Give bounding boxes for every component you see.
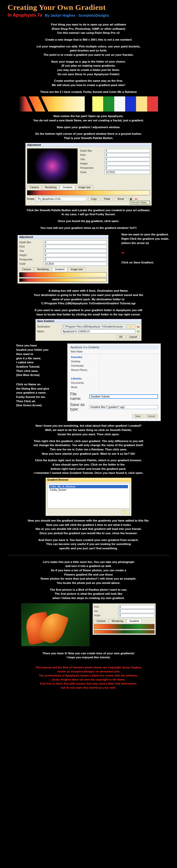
file-cancel-button[interactable]: Cancel — [145, 414, 158, 418]
subtitle-row: In Apophysis 7x By Jaclyn Hughes - Scorp… — [7, 12, 170, 18]
extra-p1: Let's make this just a little more fun. … — [10, 560, 167, 585]
tab-rendering[interactable]: Rendering — [42, 185, 59, 189]
red-arrow-icon: ⇐ — [135, 197, 138, 201]
gradient-browser-dialog: Gradient Browser Color_Me_A_Rainbow Funk… — [46, 478, 131, 516]
mid5-p2: And there you have it. You have created … — [10, 538, 167, 551]
fractal-preview — [27, 148, 78, 184]
tab-camera[interactable]: Camera — [27, 185, 42, 189]
save-dialog-title: Save Gradient — [36, 319, 141, 323]
gradient-item-rainbow[interactable]: Color_Me_A_Rainbow — [49, 485, 128, 488]
desktop-item[interactable]: Desktop — [71, 359, 97, 364]
tab-image-size[interactable]: Image size — [76, 185, 93, 189]
side-filename: Once you have located your folder you th… — [16, 343, 64, 377]
height-input[interactable] — [104, 162, 150, 165]
rotate-label: Rotate — [27, 197, 34, 200]
mid4-p1: Now I know you are wondering, but what a… — [10, 424, 167, 436]
documents-item[interactable]: Documents — [71, 381, 97, 385]
depth-blur-input[interactable] — [104, 149, 150, 153]
file-save-section: Once you have located your folder you th… — [7, 343, 170, 421]
filename-label: File name: — [70, 392, 88, 401]
gradient-preview-bar[interactable] — [27, 190, 150, 195]
side-instructions: Once you have located your folder you th… — [16, 343, 64, 407]
mid4-p3: Click the button right next to Smooth Pa… — [10, 458, 167, 475]
mid-p3: On the bottom right corner of your gradi… — [10, 132, 167, 140]
intro-p6: These are the 2 I have created. Funky Su… — [10, 90, 167, 94]
photo-example-row: Pitch Yaw Height Camera Rendering Gradie… — [7, 603, 170, 646]
paste-button[interactable]: Paste — [101, 197, 113, 201]
smooth-palette-tooltip: Smooth Palette... — [130, 201, 150, 205]
adjustment-title-2: Adjustment — [18, 235, 108, 239]
subtitle: In Apophysis 7x — [7, 12, 42, 18]
byline: By Jaclyn Hughes - ScorpionzDezignz — [45, 13, 109, 18]
adjustment-tabs: Camera Rendering Gradient Image size — [27, 185, 150, 189]
photo-gradient-result: Pitch Yaw Height Camera Rendering Gradie… — [93, 603, 156, 635]
separator — [7, 555, 170, 555]
example-gradients — [7, 96, 170, 112]
callout-rightclick: Now we want to save the gradient. Right … — [121, 232, 170, 245]
bird-of-paradise-photo — [21, 603, 90, 646]
red-arrow-icon: ⇐ — [121, 251, 124, 255]
red-arrow-icon: ⇐ — [137, 325, 140, 329]
callout-save-gradient: Click on Save Gradient. — [121, 260, 170, 265]
intro-p5: Create another gradient the same way as … — [10, 79, 167, 87]
intro-p3: Let your imagination run wild. Pick mult… — [10, 44, 167, 57]
loaded-gradient-bar[interactable] — [19, 272, 107, 277]
browser-folder-button[interactable]: 📁 — [121, 510, 130, 514]
credits: This tutorial and the Bird of Paradise p… — [10, 665, 167, 690]
intro-p2: Create a new image that is 800 x 200 ( t… — [10, 38, 167, 42]
depth-blur-label: Depth Blur — [80, 149, 103, 152]
mid-p2: Now open your gradient / adjustment wind… — [10, 125, 167, 129]
green-arrow-icon: ⇐ — [137, 329, 140, 333]
breadcrumb[interactable]: Apophysis 7x ▸ Gradients — [69, 345, 159, 349]
save-gradient-dialog: Save Gradient Destination: 📁 ⇐ Name: ⇐ O… — [35, 319, 142, 341]
tutorial-page: Creating Your Own Gradient In Apophysis … — [0, 0, 177, 700]
extra-p2: The first picture is a Bird of Pardise p… — [10, 588, 167, 600]
mid2-p2: Once you found the jpg gradient, click o… — [10, 219, 167, 223]
yaw-input[interactable] — [104, 157, 150, 161]
height-label: Height — [80, 162, 103, 165]
reset-button[interactable]: Reset — [115, 197, 127, 201]
side-name: Click on Name on the Dialog Box and give… — [16, 382, 64, 407]
savetype-label: Save as type: — [70, 402, 88, 411]
mid2-p3: You now will see your gradient show up i… — [10, 226, 167, 230]
pitch-input[interactable] — [104, 153, 150, 157]
loaded-gradient-mini — [19, 278, 107, 282]
copy-button[interactable]: Copy — [88, 197, 99, 201]
savetype-dropdown[interactable] — [89, 405, 158, 409]
gradient-funky-sunset — [19, 96, 85, 112]
dest-input[interactable] — [61, 325, 125, 329]
preset-dropdown[interactable]: Ps_Apophysis-1110... — [36, 197, 86, 201]
intro-p4: Save your image as a .jpg to the folder … — [10, 60, 167, 76]
smooth-palette-button[interactable]: ▦ — [128, 197, 133, 201]
file-save-button[interactable]: Save — [132, 414, 144, 418]
cancel-button[interactable]: Cancel — [126, 335, 140, 339]
perspective-input[interactable] — [104, 166, 150, 170]
perspective-label: Perspective — [80, 166, 103, 169]
gradient-browser-title: Gradient Browser — [46, 478, 131, 482]
adjustment-panel-loaded: Adjustment Depth Blur Pitch Yaw Height P… — [18, 235, 108, 284]
closing-p1: There you have it! Now you can create to… — [10, 651, 167, 659]
mid5-p1: Now you should see the gradient browser … — [10, 519, 167, 535]
gradient-loaded-section: Adjustment Depth Blur Pitch Yaw Height P… — [7, 232, 170, 286]
photo-gradient-bar[interactable] — [94, 624, 154, 629]
scale-label: Scale — [80, 171, 103, 174]
downloads-item[interactable]: Downloads — [71, 364, 97, 368]
name-label: Name: — [37, 330, 60, 333]
new-folder-button[interactable]: New folder — [71, 350, 83, 353]
file-save-dialog: Apophysis 7x ▸ Gradients New folder Favo… — [67, 343, 161, 421]
adjustment-title: Adjustment — [26, 143, 151, 147]
filename-input[interactable] — [89, 394, 158, 399]
music-item[interactable]: Music — [71, 385, 97, 389]
pitch-label: Pitch — [80, 154, 103, 156]
gradient-item-funky[interactable]: Funky_Sunset — [49, 488, 128, 492]
name-input[interactable] — [61, 330, 135, 333]
save-callouts: Now we want to save the gradient. Right … — [121, 232, 170, 265]
tab-gradient[interactable]: Gradient — [60, 185, 75, 189]
folder-browse-button[interactable]: 📁 — [127, 324, 135, 329]
mid3-p2: If you want to save your gradient to you… — [10, 308, 167, 316]
gradient-rainbow — [92, 96, 158, 112]
scale-input[interactable] — [104, 170, 150, 174]
ok-button[interactable]: OK — [116, 335, 125, 339]
mid-p1: Now comes the fun part! Open up your Apo… — [10, 114, 167, 122]
recent-item[interactable]: Recent Places — [71, 368, 97, 372]
